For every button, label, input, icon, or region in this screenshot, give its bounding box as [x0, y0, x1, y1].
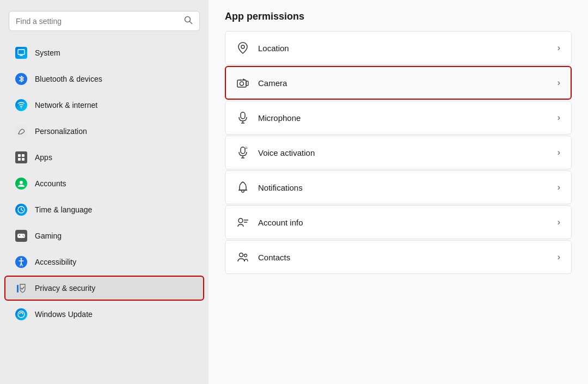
sidebar-item-update[interactable]: Windows Update	[4, 302, 204, 327]
sidebar-item-system[interactable]: System	[4, 40, 204, 65]
sidebar-item-bluetooth[interactable]: Bluetooth & devices	[4, 66, 204, 92]
accounts-icon	[15, 178, 27, 190]
location-chevron: ›	[558, 43, 560, 53]
sidebar: System Bluetooth & devices Network & int…	[0, 0, 209, 384]
notifications-chevron: ›	[558, 182, 560, 192]
permission-list: Location › Camera ›	[225, 31, 572, 274]
svg-point-5	[21, 107, 22, 108]
update-icon	[15, 308, 27, 320]
personalization-icon	[15, 125, 27, 137]
permission-item-location[interactable]: Location ›	[225, 31, 572, 65]
permission-item-microphone[interactable]: Microphone ›	[225, 101, 572, 135]
camera-icon	[236, 76, 249, 89]
svg-point-36	[246, 148, 247, 149]
permission-item-notifications[interactable]: Notifications ›	[225, 170, 572, 204]
svg-point-40	[238, 218, 243, 223]
sidebar-label-gaming: Gaming	[35, 231, 62, 240]
svg-point-43	[240, 253, 243, 257]
notifications-icon	[236, 181, 249, 194]
microphone-chevron: ›	[558, 113, 560, 123]
svg-rect-6	[18, 154, 21, 157]
svg-rect-8	[18, 158, 21, 161]
sidebar-label-update: Windows Update	[35, 310, 93, 319]
svg-point-19	[21, 258, 22, 260]
sidebar-label-accounts: Accounts	[35, 179, 66, 188]
svg-point-44	[244, 254, 247, 257]
permission-item-voice[interactable]: Voice activation ›	[225, 136, 572, 169]
location-icon	[236, 41, 249, 54]
camera-chevron: ›	[558, 78, 560, 88]
sidebar-label-time: Time & language	[35, 205, 92, 214]
permission-label-microphone: Microphone	[258, 113, 549, 123]
svg-rect-9	[22, 158, 24, 161]
search-icon	[184, 16, 193, 26]
svg-point-17	[22, 235, 23, 236]
permission-item-camera[interactable]: Camera ›	[225, 66, 572, 100]
section-title: App permissions	[225, 11, 572, 22]
sidebar-label-network: Network & internet	[35, 101, 97, 109]
search-input[interactable]	[16, 17, 180, 26]
sidebar-label-bluetooth: Bluetooth & devices	[35, 75, 102, 83]
sidebar-item-network[interactable]: Network & internet	[4, 93, 204, 118]
svg-rect-33	[241, 147, 245, 154]
sidebar-label-personalization: Personalization	[35, 127, 87, 136]
svg-point-18	[23, 236, 24, 237]
svg-line-1	[190, 22, 192, 24]
sidebar-item-personalization[interactable]: Personalization	[4, 119, 204, 144]
network-icon	[15, 99, 27, 111]
sidebar-item-accessibility[interactable]: Accessibility	[4, 249, 204, 275]
svg-rect-29	[246, 81, 248, 86]
accountinfo-icon	[236, 216, 249, 229]
voice-chevron: ›	[558, 148, 560, 157]
svg-point-26	[241, 45, 244, 48]
gaming-icon	[15, 230, 27, 242]
sidebar-label-apps: Apps	[35, 153, 52, 162]
search-container	[9, 11, 200, 31]
permission-label-accountinfo: Account info	[258, 218, 549, 227]
sidebar-label-accessibility: Accessibility	[35, 258, 76, 266]
voice-icon	[236, 146, 249, 159]
contacts-chevron: ›	[558, 252, 560, 262]
accessibility-icon	[15, 256, 27, 268]
svg-point-25	[18, 311, 24, 318]
accountinfo-chevron: ›	[558, 217, 560, 227]
sidebar-item-privacy[interactable]: Privacy & security	[4, 276, 204, 301]
apps-icon	[15, 151, 27, 163]
svg-point-10	[20, 181, 23, 184]
permission-label-contacts: Contacts	[258, 253, 549, 262]
main-content: App permissions Location ›	[209, 0, 588, 384]
search-box[interactable]	[9, 11, 200, 31]
svg-point-28	[240, 82, 244, 86]
permission-label-location: Location	[258, 44, 549, 53]
bluetooth-icon	[15, 73, 27, 85]
sidebar-label-privacy: Privacy & security	[35, 284, 95, 292]
permission-label-camera: Camera	[258, 78, 549, 88]
sidebar-item-gaming[interactable]: Gaming	[4, 223, 204, 248]
time-icon	[15, 204, 27, 216]
svg-rect-27	[237, 80, 246, 87]
permission-label-notifications: Notifications	[258, 183, 549, 192]
sidebar-item-apps[interactable]: Apps	[4, 145, 204, 170]
permission-item-accountinfo[interactable]: Account info ›	[225, 205, 572, 239]
svg-rect-7	[22, 154, 24, 157]
sidebar-label-system: System	[35, 48, 60, 57]
system-icon	[15, 47, 27, 59]
permission-label-voice: Voice activation	[258, 148, 549, 157]
svg-rect-30	[241, 112, 245, 119]
svg-line-23	[21, 263, 22, 266]
permission-item-contacts[interactable]: Contacts ›	[225, 240, 572, 274]
microphone-icon	[236, 111, 249, 124]
sidebar-item-time[interactable]: Time & language	[4, 197, 204, 222]
svg-rect-2	[18, 50, 24, 54]
privacy-icon	[15, 282, 27, 294]
contacts-icon	[236, 251, 249, 264]
svg-rect-24	[17, 285, 19, 292]
sidebar-item-accounts[interactable]: Accounts	[4, 171, 204, 196]
svg-line-13	[21, 210, 23, 211]
